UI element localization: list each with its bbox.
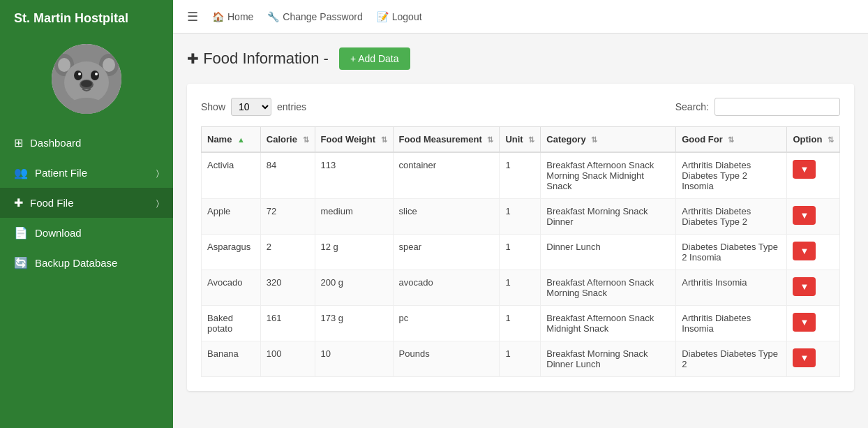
- search-label: Search:: [675, 101, 709, 112]
- option-dropdown-button[interactable]: ▼: [793, 160, 816, 179]
- table-row: Avocado320200 gavocado1Breakfast Afterno…: [202, 270, 840, 306]
- download-icon: 📄: [14, 226, 28, 239]
- col-category[interactable]: Category ⇅: [541, 127, 676, 153]
- option-cell: ▼: [787, 235, 840, 270]
- table-cell: Arthritis Diabetes Insomia: [676, 306, 787, 341]
- table-row: Activia84113container1Breakfast Afternoo…: [202, 152, 840, 199]
- page-content: ✚ Food Information - + Add Data Show 10 …: [173, 34, 868, 428]
- table-cell: 200 g: [315, 270, 393, 306]
- table-cell: 173 g: [315, 306, 393, 341]
- col-food-measurement[interactable]: Food Measurement ⇅: [393, 127, 500, 153]
- table-cell: container: [393, 152, 500, 199]
- table-cell: Asparagus: [202, 235, 261, 270]
- show-entries-control: Show 10 25 50 100 entries: [201, 98, 306, 116]
- table-cell: 161: [260, 306, 315, 341]
- topnav-logout-label: Logout: [392, 11, 422, 22]
- table-cell: 10: [315, 341, 393, 377]
- option-cell: ▼: [787, 341, 840, 377]
- svg-point-7: [91, 71, 99, 80]
- main-content: ☰ 🏠 Home 🔧 Change Password 📝 Logout ✚ Fo…: [173, 0, 868, 428]
- app-title: St. Martin Hostpital: [0, 0, 173, 37]
- table-cell: 12 g: [315, 235, 393, 270]
- table-cell: 113: [315, 152, 393, 199]
- nav-dashboard-label: Dashboard: [30, 137, 81, 149]
- svg-point-9: [95, 73, 98, 75]
- nav-patient-file[interactable]: 👥 Patient File 〉: [0, 158, 173, 188]
- nav-download[interactable]: 📄 Download: [0, 218, 173, 248]
- table-cell: slice: [393, 199, 500, 235]
- table-cell: 1: [500, 306, 541, 341]
- table-cell: medium: [315, 199, 393, 235]
- table-row: Asparagus212 gspear1Dinner LunchDiabetes…: [202, 235, 840, 270]
- option-dropdown-button[interactable]: ▼: [793, 348, 816, 367]
- food-file-arrow-icon: 〉: [156, 198, 159, 208]
- table-row: Apple72mediumslice1Breakfast Morning Sna…: [202, 199, 840, 235]
- table-cell: Pounds: [393, 341, 500, 377]
- patient-file-icon: 👥: [14, 166, 28, 179]
- table-cell: Avocado: [202, 270, 261, 306]
- col-good-for[interactable]: Good For ⇅: [676, 127, 787, 153]
- page-title-bar: ✚ Food Information - + Add Data: [187, 47, 854, 70]
- table-cell: 72: [260, 199, 315, 235]
- topnav-change-password-label: Change Password: [283, 11, 362, 22]
- col-option[interactable]: Option ⇅: [787, 127, 840, 153]
- wrench-icon: 🔧: [267, 11, 279, 22]
- hamburger-icon[interactable]: ☰: [187, 9, 198, 24]
- dashboard-icon: ⊞: [14, 136, 23, 149]
- topnav-change-password[interactable]: 🔧 Change Password: [267, 11, 362, 22]
- table-cell: Dinner Lunch: [541, 235, 676, 270]
- home-icon: 🏠: [212, 11, 224, 22]
- table-cell: pc: [393, 306, 500, 341]
- table-cell: 100: [260, 341, 315, 377]
- patient-file-arrow-icon: 〉: [156, 168, 159, 178]
- backup-icon: 🔄: [14, 256, 28, 270]
- logout-icon: 📝: [377, 11, 389, 22]
- table-cell: Breakfast Afternoon Snack Midnight Snack: [541, 306, 676, 341]
- top-navbar: ☰ 🏠 Home 🔧 Change Password 📝 Logout: [173, 0, 868, 34]
- table-cell: Breakfast Afternoon Snack Morning Snack: [541, 270, 676, 306]
- entries-label: entries: [277, 101, 306, 112]
- option-dropdown-button[interactable]: ▼: [793, 313, 816, 332]
- table-cell: Diabetes Diabetes Type 2: [676, 341, 787, 377]
- table-card: Show 10 25 50 100 entries Search:: [187, 84, 854, 391]
- search-input[interactable]: [714, 98, 840, 116]
- svg-point-4: [103, 58, 115, 72]
- table-header-row: Name ▲ Calorie ⇅ Food Weight ⇅ Food Meas…: [202, 127, 840, 153]
- table-cell: spear: [393, 235, 500, 270]
- option-dropdown-button[interactable]: ▼: [793, 277, 816, 296]
- table-cell: avocado: [393, 270, 500, 306]
- table-cell: Activia: [202, 152, 261, 199]
- table-cell: Arthritis Diabetes Diabetes Type 2 Insom…: [676, 152, 787, 199]
- show-label: Show: [201, 101, 225, 112]
- table-cell: 1: [500, 199, 541, 235]
- topnav-home[interactable]: 🏠 Home: [212, 11, 253, 22]
- add-data-button[interactable]: + Add Data: [339, 47, 410, 70]
- table-body: Activia84113container1Breakfast Afternoo…: [202, 152, 840, 377]
- table-cell: Arthritis Diabetes Diabetes Type 2: [676, 199, 787, 235]
- table-row: Banana10010Pounds1Breakfast Morning Snac…: [202, 341, 840, 377]
- table-cell: 2: [260, 235, 315, 270]
- nav-backup-database[interactable]: 🔄 Backup Database: [0, 248, 173, 278]
- table-cell: Diabetes Diabetes Type 2 Insomia: [676, 235, 787, 270]
- nav-download-label: Download: [35, 227, 82, 239]
- option-dropdown-button[interactable]: ▼: [793, 206, 816, 225]
- avatar-container: [0, 37, 173, 128]
- col-food-weight[interactable]: Food Weight ⇅: [315, 127, 393, 153]
- food-file-icon: ✚: [14, 196, 23, 209]
- option-cell: ▼: [787, 270, 840, 306]
- topnav-logout[interactable]: 📝 Logout: [377, 11, 422, 22]
- sidebar: St. Martin Hostpital: [0, 0, 173, 428]
- nav-dashboard[interactable]: ⊞ Dashboard: [0, 128, 173, 158]
- option-dropdown-button[interactable]: ▼: [793, 242, 816, 260]
- col-unit[interactable]: Unit ⇅: [500, 127, 541, 153]
- nav-food-file[interactable]: ✚ Food File 〉: [0, 188, 173, 218]
- col-name[interactable]: Name ▲: [202, 127, 261, 153]
- nav-food-file-label: Food File: [30, 197, 74, 209]
- table-cell: Breakfast Afternoon Snack Morning Snack …: [541, 152, 676, 199]
- nav-patient-file-label: Patient File: [35, 167, 87, 179]
- table-cell: 320: [260, 270, 315, 306]
- entries-select[interactable]: 10 25 50 100: [231, 98, 271, 116]
- avatar: [52, 44, 121, 114]
- col-calorie[interactable]: Calorie ⇅: [260, 127, 315, 153]
- table-cell: Banana: [202, 341, 261, 377]
